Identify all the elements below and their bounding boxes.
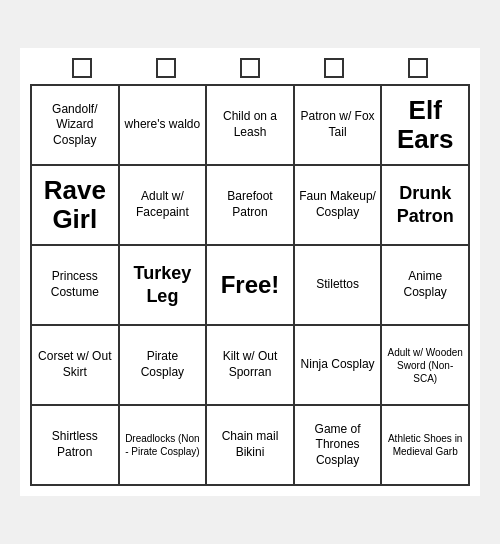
- checkboxes-row: [30, 58, 470, 78]
- bingo-cell[interactable]: Game of Thrones Cosplay: [295, 406, 383, 486]
- checkbox-2[interactable]: [156, 58, 176, 78]
- bingo-cell[interactable]: Child on a Leash: [207, 86, 295, 166]
- bingo-cell[interactable]: Turkey Leg: [120, 246, 208, 326]
- bingo-cell[interactable]: Shirtless Patron: [32, 406, 120, 486]
- bingo-cell[interactable]: Ninja Cosplay: [295, 326, 383, 406]
- bingo-cell[interactable]: where's waldo: [120, 86, 208, 166]
- bingo-cell[interactable]: Free!: [207, 246, 295, 326]
- bingo-cell[interactable]: Anime Cosplay: [382, 246, 470, 326]
- bingo-cell[interactable]: Elf Ears: [382, 86, 470, 166]
- bingo-cell[interactable]: Faun Makeup/ Cosplay: [295, 166, 383, 246]
- checkbox-3[interactable]: [240, 58, 260, 78]
- bingo-cell[interactable]: Drunk Patron: [382, 166, 470, 246]
- bingo-cell[interactable]: Athletic Shoes in Medieval Garb: [382, 406, 470, 486]
- bingo-cell[interactable]: Pirate Cosplay: [120, 326, 208, 406]
- bingo-cell[interactable]: Kilt w/ Out Sporran: [207, 326, 295, 406]
- checkbox-1[interactable]: [72, 58, 92, 78]
- bingo-cell[interactable]: Rave Girl: [32, 166, 120, 246]
- checkbox-4[interactable]: [324, 58, 344, 78]
- bingo-cell[interactable]: Adult w/ Facepaint: [120, 166, 208, 246]
- bingo-grid: Gandolf/ Wizard Cosplaywhere's waldoChil…: [30, 84, 470, 486]
- bingo-cell[interactable]: Dreadlocks (Non - Pirate Cosplay): [120, 406, 208, 486]
- bingo-cell[interactable]: Gandolf/ Wizard Cosplay: [32, 86, 120, 166]
- bingo-cell[interactable]: Princess Costume: [32, 246, 120, 326]
- bingo-cell[interactable]: Barefoot Patron: [207, 166, 295, 246]
- bingo-card: Gandolf/ Wizard Cosplaywhere's waldoChil…: [20, 48, 480, 496]
- bingo-cell[interactable]: Adult w/ Wooden Sword (Non-SCA): [382, 326, 470, 406]
- checkbox-5[interactable]: [408, 58, 428, 78]
- bingo-cell[interactable]: Chain mail Bikini: [207, 406, 295, 486]
- bingo-cell[interactable]: Corset w/ Out Skirt: [32, 326, 120, 406]
- bingo-cell[interactable]: Patron w/ Fox Tail: [295, 86, 383, 166]
- bingo-cell[interactable]: Stilettos: [295, 246, 383, 326]
